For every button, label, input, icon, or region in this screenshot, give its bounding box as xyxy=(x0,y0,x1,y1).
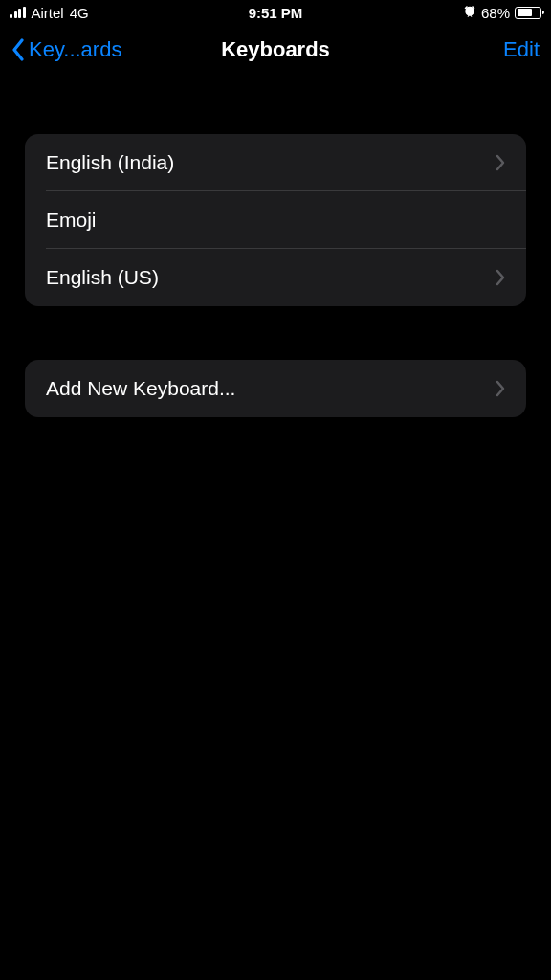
keyboard-label: English (US) xyxy=(46,266,159,289)
svg-point-0 xyxy=(466,8,474,15)
chevron-right-icon xyxy=(496,269,505,286)
keyboard-row[interactable]: English (India) xyxy=(25,134,526,191)
chevron-right-icon xyxy=(496,154,505,171)
keyboard-row[interactable]: English (US) xyxy=(25,249,526,306)
status-time: 9:51 PM xyxy=(249,5,303,21)
network-label: 4G xyxy=(70,5,89,21)
add-keyboard-label: Add New Keyboard... xyxy=(46,377,235,400)
page-title: Keyboards xyxy=(221,37,330,62)
content: English (India)EmojiEnglish (US) Add New… xyxy=(0,75,551,417)
add-keyboard-row[interactable]: Add New Keyboard... xyxy=(25,360,526,417)
add-group: Add New Keyboard... xyxy=(25,360,526,417)
alarm-icon xyxy=(463,5,476,21)
keyboard-row[interactable]: Emoji xyxy=(25,191,526,249)
battery-percent: 68% xyxy=(481,5,510,21)
nav-bar: Key...ards Keyboards Edit xyxy=(0,25,551,75)
battery-fill xyxy=(518,9,533,16)
back-label: Key...ards xyxy=(29,37,121,62)
status-right: 68% xyxy=(463,5,541,21)
chevron-right-icon xyxy=(496,380,505,397)
status-bar: Airtel 4G 9:51 PM 68% xyxy=(0,0,551,25)
keyboard-label: Emoji xyxy=(46,209,97,232)
back-button[interactable]: Key...ards xyxy=(11,37,121,62)
status-left: Airtel 4G xyxy=(10,5,89,21)
chevron-left-icon xyxy=(11,38,25,61)
keyboard-label: English (India) xyxy=(46,151,174,174)
battery-icon xyxy=(515,7,541,19)
carrier-label: Airtel xyxy=(32,5,64,21)
cellular-signal-icon xyxy=(10,7,26,18)
keyboards-group: English (India)EmojiEnglish (US) xyxy=(25,134,526,306)
edit-button[interactable]: Edit xyxy=(503,37,540,62)
